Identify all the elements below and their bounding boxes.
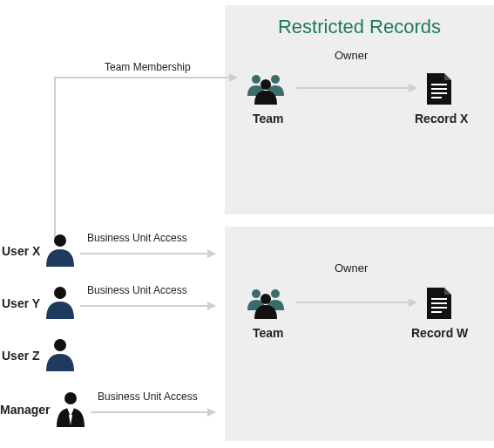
team-membership-label: Team Membership [105, 61, 191, 73]
record-icon [425, 71, 453, 110]
manager-icon [54, 390, 87, 432]
user-x-access-label: Business Unit Access [87, 232, 187, 244]
svg-point-7 [54, 234, 66, 247]
svg-point-10 [64, 392, 77, 404]
svg-rect-14 [431, 298, 447, 300]
svg-point-11 [252, 289, 261, 298]
record-icon [425, 286, 453, 324]
team-icon [244, 284, 288, 326]
user-z-label: User Z [2, 349, 40, 363]
team-icon [244, 70, 288, 112]
svg-point-9 [54, 339, 66, 351]
team-label-bottom: Team [253, 326, 284, 340]
arrow-user-x-access [80, 253, 215, 255]
page-title: Restricted Records [225, 16, 494, 38]
user-icon [44, 284, 77, 324]
manager-access-label: Business Unit Access [98, 390, 198, 403]
svg-rect-15 [431, 302, 447, 304]
membership-vline [54, 77, 56, 242]
arrow-membership [54, 77, 237, 78]
svg-rect-16 [431, 307, 447, 309]
user-y-label: User Y [2, 296, 40, 310]
arrow-team-to-record-x [296, 87, 416, 89]
svg-rect-17 [431, 311, 442, 313]
svg-point-0 [252, 75, 261, 84]
team-label-top: Team [253, 112, 284, 126]
arrow-team-to-record-w [296, 302, 416, 303]
arrow-manager-access [91, 411, 215, 413]
svg-point-2 [261, 79, 271, 90]
svg-point-1 [271, 75, 280, 84]
record-w-label: Record W [411, 326, 468, 340]
svg-rect-5 [431, 92, 447, 94]
manager-label: Manager [0, 403, 51, 417]
user-icon [44, 336, 77, 377]
owner-label-top: Owner [335, 49, 368, 62]
arrow-user-y-access [80, 305, 215, 307]
svg-rect-4 [431, 88, 447, 90]
svg-rect-3 [431, 84, 447, 85]
owner-label-bottom: Owner [335, 261, 368, 275]
svg-rect-6 [431, 97, 442, 98]
svg-point-12 [271, 289, 280, 298]
user-y-access-label: Business Unit Access [87, 284, 187, 296]
user-x-label: User X [2, 244, 40, 258]
user-icon [44, 232, 77, 272]
svg-point-13 [261, 294, 271, 304]
record-x-label: Record X [415, 112, 468, 126]
svg-point-8 [54, 287, 66, 299]
